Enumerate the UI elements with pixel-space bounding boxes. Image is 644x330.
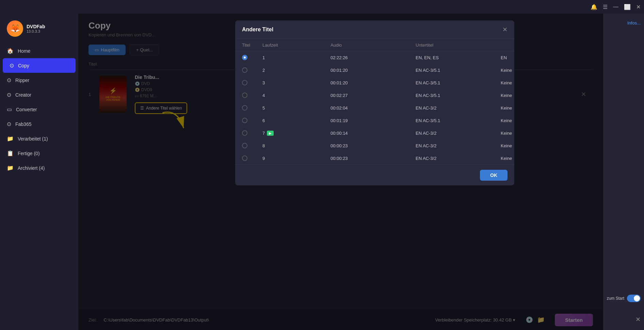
sidebar-label-converter: Converter	[16, 107, 37, 112]
sidebar: 🦊 DVDFab 13.0.3.3 🏠 Home ⊙ Copy ⊙ Ripper…	[0, 14, 78, 330]
radio-6[interactable]	[242, 118, 247, 123]
row-6-untertitel: Keine	[501, 118, 514, 123]
sidebar-item-home[interactable]: 🏠 Home	[0, 44, 78, 58]
row-4-untertitel: Keine	[501, 93, 514, 98]
sidebar-item-creator[interactable]: ⊙ Creator	[0, 87, 78, 102]
row-8-audio: EN AC-3/2	[416, 143, 501, 148]
table-row[interactable]: 2 00:01:20 EN AC-3/5.1 Keine	[235, 64, 514, 77]
modal-table: Titel Laufzeit Audio Untertitel 1 02:22:…	[235, 39, 514, 165]
row-5-untertitel: Keine	[501, 105, 514, 111]
row-1-laufzeit: 02:22:26	[331, 55, 416, 60]
radio-1[interactable]	[242, 55, 247, 60]
logo-avatar: 🦊	[7, 20, 23, 37]
row-9-untertitel: Keine	[501, 156, 514, 161]
app-version: 13.0.3.3	[27, 29, 45, 33]
radio-2[interactable]	[242, 67, 247, 73]
fertige-icon: 📋	[7, 150, 14, 156]
row-9-audio: EN AC-3/2	[416, 156, 501, 161]
radio-7[interactable]	[242, 130, 247, 136]
sidebar-item-archiviert[interactable]: 📁 Archiviert (4)	[0, 161, 78, 175]
table-row[interactable]: 8 00:00:23 EN AC-3/2 Keine	[235, 139, 514, 152]
row-1-num: 1	[262, 55, 331, 60]
logo-area: 🦊 DVDFab 13.0.3.3	[0, 17, 78, 44]
col-header-extra	[501, 43, 514, 48]
table-row[interactable]: 3 00:01:20 EN AC-3/5.1 Keine	[235, 77, 514, 89]
info-link[interactable]: Infos...	[627, 20, 641, 26]
row-1-untertitel: EN	[501, 55, 514, 60]
home-icon: 🏠	[7, 48, 14, 54]
radio-4[interactable]	[242, 93, 247, 98]
converter-icon: ▭	[7, 106, 12, 113]
zum-start-toggle[interactable]	[627, 295, 641, 302]
modal-close-button[interactable]: ✕	[502, 26, 508, 33]
modal-header: Andere Titel ✕	[235, 20, 514, 39]
sidebar-label-archiviert: Archiviert (4)	[18, 165, 45, 171]
maximize-icon[interactable]: ⬜	[624, 4, 631, 10]
row-9-laufzeit: 00:00:23	[331, 156, 416, 161]
row-5-laufzeit: 00:02:04	[331, 105, 416, 111]
row-6-audio: EN AC-3/5.1	[416, 118, 501, 123]
ok-button[interactable]: OK	[480, 170, 508, 181]
panel-close-button[interactable]: ✕	[635, 316, 641, 323]
titlebar: 🔔 ☰ — ⬜ ✕	[0, 0, 644, 14]
table-row[interactable]: 1 02:22:26 EN, EN, ES EN	[235, 51, 514, 64]
radio-3[interactable]	[242, 80, 247, 85]
sidebar-label-creator: Creator	[15, 92, 31, 98]
col-header-laufzeit: Laufzeit	[262, 43, 331, 48]
play-badge-7: ▶	[267, 131, 274, 136]
table-row[interactable]: 4 00:02:27 EN AC-3/5.1 Keine	[235, 89, 514, 102]
row-8-untertitel: Keine	[501, 143, 514, 148]
row-7-audio: EN AC-3/2	[416, 131, 501, 136]
zum-start-label: zum Start	[607, 296, 624, 301]
minimize-icon[interactable]: —	[613, 4, 618, 10]
row-7-num: 7 ▶	[262, 131, 331, 136]
row-9-num: 9	[262, 156, 331, 161]
sidebar-label-home: Home	[18, 48, 30, 54]
app-name: DVDFab	[27, 24, 45, 29]
modal-footer: OK	[235, 165, 514, 185]
zum-start-area: zum Start	[607, 295, 641, 316]
sidebar-item-copy[interactable]: ⊙ Copy	[3, 58, 76, 73]
row-2-num: 2	[262, 68, 331, 73]
row-2-untertitel: Keine	[501, 68, 514, 73]
row-7-untertitel: Keine	[501, 131, 514, 136]
row-5-audio: EN AC-3/2	[416, 105, 501, 111]
notification-icon[interactable]: 🔔	[591, 4, 597, 10]
table-row[interactable]: 5 00:02:04 EN AC-3/2 Keine	[235, 102, 514, 114]
sidebar-item-ripper[interactable]: ⊙ Ripper	[0, 73, 78, 87]
sidebar-item-converter[interactable]: ▭ Converter	[0, 102, 78, 117]
creator-icon: ⊙	[7, 92, 11, 98]
row-5-num: 5	[262, 105, 331, 111]
col-header-untertitel: Untertitel	[416, 43, 501, 48]
table-row[interactable]: 9 00:00:23 EN AC-3/2 Keine	[235, 152, 514, 165]
row-4-laufzeit: 00:02:27	[331, 93, 416, 98]
row-4-audio: EN AC-3/5.1	[416, 93, 501, 98]
menu-icon[interactable]: ☰	[603, 4, 608, 10]
radio-9[interactable]	[242, 155, 247, 161]
row-6-laufzeit: 00:01:19	[331, 118, 416, 123]
radio-5[interactable]	[242, 105, 247, 111]
sidebar-label-verarbeitet: Verarbeitet (1)	[18, 136, 48, 142]
row-4-num: 4	[262, 93, 331, 98]
table-row[interactable]: 7 ▶ 00:00:14 EN AC-3/2 Keine	[235, 127, 514, 139]
row-3-audio: EN AC-3/5.1	[416, 80, 501, 85]
col-header-audio: Audio	[331, 43, 416, 48]
andere-titel-modal: Andere Titel ✕ Titel Laufzeit Audio Unte…	[235, 20, 514, 185]
sidebar-item-fertige[interactable]: 📋 Fertige (0)	[0, 146, 78, 161]
modal-overlay: Andere Titel ✕ Titel Laufzeit Audio Unte…	[78, 14, 603, 330]
table-row[interactable]: 6 00:01:19 EN AC-3/5.1 Keine	[235, 114, 514, 127]
sidebar-label-fertige: Fertige (0)	[18, 151, 40, 156]
close-icon[interactable]: ✕	[636, 4, 641, 10]
ripper-icon: ⊙	[7, 77, 11, 83]
col-header-titel: Titel	[242, 43, 262, 48]
archiviert-icon: 📁	[7, 165, 14, 171]
right-panel: Infos... zum Start ✕	[603, 14, 644, 330]
row-8-laufzeit: 00:00:23	[331, 143, 416, 148]
row-6-num: 6	[262, 118, 331, 123]
sidebar-item-fab365[interactable]: ⊙ Fab365	[0, 117, 78, 131]
modal-table-header: Titel Laufzeit Audio Untertitel	[235, 39, 514, 51]
radio-8[interactable]	[242, 143, 247, 148]
row-8-num: 8	[262, 143, 331, 148]
row-3-laufzeit: 00:01:20	[331, 80, 416, 85]
sidebar-item-verarbeitet[interactable]: 📁 Verarbeitet (1)	[0, 131, 78, 146]
